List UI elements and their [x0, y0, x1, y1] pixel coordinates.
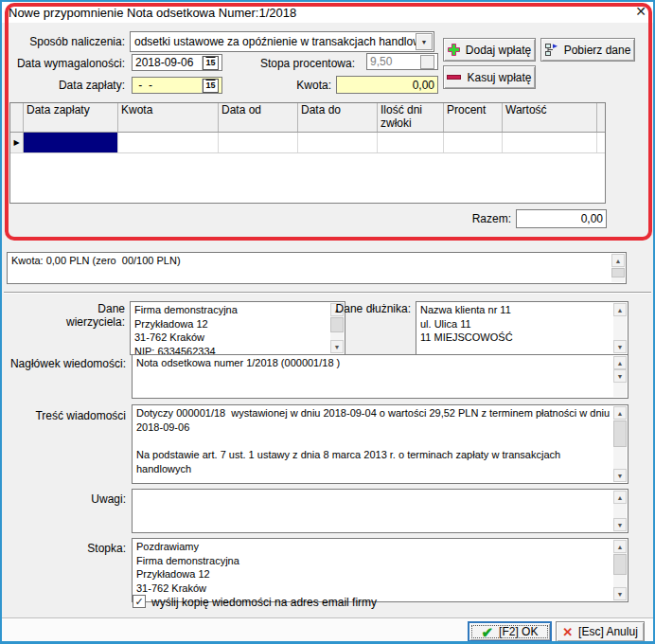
scrollbar[interactable]: ▲ ▼ [613, 356, 627, 397]
check-icon: ✔ [482, 625, 494, 639]
email-copy-checkbox[interactable]: ✓ [133, 595, 146, 608]
scroll-down-icon[interactable]: ▼ [613, 369, 627, 383]
table-cell[interactable] [298, 133, 378, 152]
scroll-up-icon[interactable]: ▲ [613, 540, 627, 553]
chevron-down-icon[interactable]: ▼ [416, 33, 433, 50]
interest-rate-input[interactable]: 9,50 [366, 53, 438, 70]
calc-method-label: Sposób naliczenia: [2, 36, 125, 49]
debtor-text: Nazwa klienta nr 11 ul. Ulica 11 11 MIEJ… [416, 302, 612, 354]
remarks-text [133, 490, 612, 532]
interest-rate-label: Stopa procentowa: [229, 58, 355, 71]
scroll-up-icon[interactable]: ▲ [613, 491, 627, 504]
scrollbar-thumb[interactable] [613, 554, 627, 575]
calc-method-value: odsetki ustawowe za opóźnienie w transak… [131, 35, 416, 48]
footer-text-label: Stopka: [2, 543, 126, 556]
footer-textarea[interactable]: Pozdrawiamy Firma demonstracyjna Przykła… [132, 538, 628, 602]
scroll-down-icon[interactable]: ▼ [613, 518, 627, 531]
table-cell[interactable] [503, 133, 597, 152]
table-cell[interactable] [378, 133, 444, 152]
scrollbar[interactable]: ▲ ▼ [613, 491, 627, 531]
amount-value: 0,00 [413, 79, 434, 92]
amount-label: Kwota: [229, 80, 331, 93]
delete-payment-label: Kasuj wpłatę [467, 71, 531, 84]
payment-date-value: - - [135, 79, 155, 92]
scrollbar-thumb[interactable] [611, 268, 625, 277]
scrollbar[interactable]: ▲ [611, 254, 625, 282]
due-date-value: 2018-09-06 [135, 56, 193, 69]
message-header-label: Nagłówek wiedomości: [2, 358, 126, 371]
ok-button[interactable]: ✔ [F2] OK [468, 621, 552, 642]
minus-icon [447, 71, 461, 83]
window-title: Nowe przypomnienie Nota odsetkowa Numer:… [9, 6, 296, 20]
scrollbar[interactable]: ▲ ▼ [613, 540, 627, 600]
payment-date-input[interactable]: - - 15 [132, 77, 222, 94]
table-cell-filler [597, 133, 605, 152]
calendar-icon[interactable]: 15 [203, 56, 219, 70]
calendar-icon[interactable]: 15 [203, 79, 219, 93]
ok-button-label: [F2] OK [499, 625, 538, 638]
debtor-textarea[interactable]: Nazwa klienta nr 11 ul. Ulica 11 11 MIEJ… [416, 301, 628, 355]
scrollbar-thumb[interactable] [330, 317, 344, 332]
fetch-data-label: Pobierz dane [564, 44, 631, 57]
footer-text: Pozdrawiamy Firma demonstracyjna Przykła… [133, 539, 612, 601]
fetch-data-button[interactable]: Pobierz dane [540, 38, 635, 62]
payments-table[interactable]: Data zapłaty Kwota Data od Data do Ilość… [9, 102, 606, 204]
add-payment-label: Dodaj wpłatę [466, 44, 531, 57]
total-value: 0,00 [581, 212, 603, 225]
amount-input[interactable]: 0,00 [336, 76, 438, 94]
table-cell[interactable] [118, 133, 219, 152]
column-header: Wartość [503, 103, 597, 132]
due-date-input[interactable]: 2018-09-06 15 [132, 54, 222, 71]
message-header-textarea[interactable]: Nota odsetkowa numer 1/2018 (000001/18 )… [132, 354, 628, 399]
column-header: Data do [298, 103, 378, 132]
spinner-icon[interactable] [420, 55, 434, 69]
cancel-button[interactable]: ✕ [Esc] Anuluj [556, 621, 645, 642]
interest-rate-value: 9,50 [370, 55, 392, 68]
table-cell-selected[interactable] [24, 133, 118, 152]
calc-method-combobox[interactable]: odsetki ustawowe za opóźnienie w transak… [130, 31, 434, 52]
scroll-down-icon[interactable]: ▼ [613, 340, 627, 353]
due-date-label: Data wymagaloności: [2, 58, 125, 71]
delete-payment-button[interactable]: Kasuj wpłatę [443, 65, 536, 89]
scroll-up-icon[interactable]: ▲ [611, 254, 625, 267]
bottom-button-bar: ✔ [F2] OK ✕ [Esc] Anuluj [2, 617, 653, 643]
total-label: Razem: [399, 213, 511, 226]
table-cell[interactable] [444, 133, 503, 152]
cancel-button-label: [Esc] Anuluj [578, 625, 638, 638]
row-marker-icon: ▶ [10, 133, 24, 152]
column-header: Data zapłaty [24, 103, 118, 132]
scroll-up-icon[interactable]: ▲ [613, 356, 627, 369]
table-row[interactable]: ▶ [10, 133, 605, 153]
message-body-text: Dotyczy 000001/18 wystawionej w dniu 201… [133, 405, 612, 483]
x-icon: ✕ [562, 626, 573, 638]
scroll-down-icon[interactable]: ▼ [330, 340, 344, 353]
title-bar: Nowe przypomnienie Nota odsetkowa Numer:… [2, 2, 653, 23]
scroll-up-icon[interactable]: ▲ [613, 303, 627, 316]
column-header: Kwota [118, 103, 219, 132]
email-copy-label: wyślij kopię wiedomości na adres email f… [151, 596, 377, 609]
message-body-label: Treść wiadomości [2, 410, 126, 423]
remarks-label: Uwagi: [2, 493, 126, 507]
remarks-textarea[interactable]: ▲ ▼ [132, 489, 628, 533]
table-header-row: Data zapłaty Kwota Data od Data do Ilość… [10, 103, 605, 133]
column-header: Ilość dni zwłoki [378, 103, 444, 132]
message-body-textarea[interactable]: Dotyczy 000001/18 wystawionej w dniu 201… [132, 404, 628, 484]
table-cell[interactable] [219, 133, 298, 152]
scrollbar-thumb[interactable] [613, 420, 627, 447]
scroll-down-icon[interactable]: ▼ [613, 587, 627, 600]
creditor-textarea[interactable]: Firma demonstracyjna Przykładowa 12 31-7… [130, 301, 345, 355]
section-divider [4, 292, 651, 294]
scrollbar[interactable]: ▲ ▼ [613, 406, 627, 482]
close-icon[interactable]: ✕ [635, 4, 646, 19]
header-selector-cell [10, 103, 24, 132]
total-field: 0,00 [516, 209, 607, 228]
scroll-up-icon[interactable]: ▲ [613, 406, 627, 420]
debtor-label: Dane dłużnika: [324, 303, 411, 316]
add-payment-button[interactable]: Dodaj wpłatę [443, 38, 536, 62]
header-filler-cell [597, 103, 605, 132]
tree-fetch-icon [545, 44, 558, 56]
checkmark-icon: ✓ [134, 596, 143, 608]
column-header: Data od [219, 103, 298, 132]
scrollbar[interactable]: ▲ ▼ [613, 303, 627, 353]
scroll-down-icon[interactable]: ▼ [613, 469, 627, 482]
